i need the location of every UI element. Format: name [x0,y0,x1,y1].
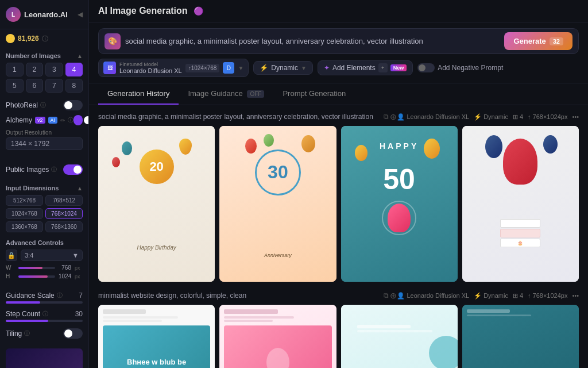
add-icon-1[interactable]: ⊕ [390,112,397,121]
add-icon-2[interactable]: ⊕ [390,291,397,300]
dim-768x1024[interactable]: 768×1024 [45,208,83,219]
num-images-grid: 1 2 3 4 5 6 7 8 [6,63,83,93]
card-refresh-btn-1-4[interactable]: ↻ [563,129,575,142]
negative-prompt-toggle[interactable]: Add Negative Prompt [417,63,503,72]
card-refresh-btn-1-3[interactable]: ↻ [442,129,454,142]
collapse-icon[interactable]: ◀ [78,10,83,18]
mode-selector[interactable]: ⚡ Dynamic ▼ [253,61,313,75]
model-icon-2: 👤 [397,292,405,300]
dim-1360x768[interactable]: 1360×768 [6,221,43,232]
copy-icon-1[interactable]: ⧉ [384,113,389,121]
width-value: 768 [59,264,71,271]
image-card-1-3[interactable]: HAPPY 50 ↻ [341,126,458,282]
prompt-input[interactable] [125,37,500,45]
num-images-label: Number of Images [6,52,61,59]
tab-image-guidance[interactable]: Image Guidance OFF [179,83,273,105]
step-value: 30 [75,310,83,318]
image-card-2-3[interactable]: ↻ [341,305,458,368]
num-btn-4[interactable]: 4 [65,63,83,76]
card-refresh-btn-1-1[interactable]: ↻ [199,129,211,142]
num-btn-1[interactable]: 1 [6,63,24,76]
size-icon-1: ↑ [528,113,531,120]
image-card-1-1[interactable]: 20 Happy Birthday ↻ [98,126,215,282]
height-slider[interactable] [18,275,55,278]
dim-768x1360[interactable]: 768×1360 [45,221,83,232]
dim-1024x768[interactable]: 1024×768 [6,208,43,219]
num-btn-6[interactable]: 6 [26,79,44,93]
model-selector[interactable]: 🖼 Finetuned Model Leonardo Diffusion XL … [98,59,249,77]
lock-icon[interactable]: 🔒 [6,250,17,261]
tiling-toggle[interactable] [63,328,83,339]
image-card-2-2[interactable]: ↻ [219,305,336,368]
mode-text: Dynamic [271,64,298,72]
main-area: AI Image Generation 🟣 🎨 Generate 32 🖼 Fi… [89,0,588,368]
photoreal-info-icon[interactable]: ⓘ [40,101,46,109]
dim-512x768[interactable]: 512×768 [6,195,43,206]
num-btn-5[interactable]: 5 [6,79,24,93]
step-info-icon[interactable]: ⓘ [42,310,48,318]
more-options-2[interactable]: ••• [572,292,579,299]
alchemy-info-icon[interactable]: ⓘ [68,116,74,124]
copy-icon-2[interactable]: ⧉ [384,292,389,300]
image-card-1-2[interactable]: 30 Anniversary ↻ [219,126,336,282]
card-refresh-btn-2-4[interactable]: ↻ [563,308,575,321]
advanced-controls-section: Advanced Controls 🔒 3:4 ▼ W 768 px H 102… [0,235,88,284]
alchemy-toggle[interactable] [74,115,83,125]
gen-size-1: ↑ 768×1024px [528,113,567,120]
num-btn-2[interactable]: 2 [26,63,44,76]
model-name: Leonardo Diffusion XL [119,67,182,74]
preview-thumbnail[interactable]: Image Inputs have moved [6,348,83,368]
tiling-label: Tiling ⓘ [6,329,30,338]
guidance-slider[interactable] [6,301,83,304]
width-slider[interactable] [18,267,55,269]
card-refresh-btn-2-1[interactable]: ↻ [199,308,211,321]
image-card-2-1[interactable]: Bhнее w blub be ↻ [98,305,215,368]
model-type-label: Finetuned Model [119,62,182,67]
photoreal-toggle[interactable] [63,100,83,110]
new-badge: New [390,64,407,71]
lightning-icon: ⚡ [260,64,268,72]
ratio-select[interactable]: 3:4 ▼ [21,250,83,261]
alchemy-pencil-icon[interactable]: ✏ [60,117,65,124]
num-btn-7[interactable]: 7 [45,79,63,93]
gen-mode-2: ⚡ Dynamic [474,292,508,300]
public-info-icon[interactable]: ⓘ [51,166,57,174]
tab-generation-history[interactable]: Generation History [98,83,179,105]
tab-prompt-generation[interactable]: Prompt Generation [273,83,355,105]
public-toggle-knob [74,166,82,174]
elements-icon: ✦ [324,64,330,72]
sidebar: L Leonardo.AI ◀ ⚡ 81,926 ⓘ Number of Ima… [0,0,89,368]
num-btn-8[interactable]: 8 [65,79,83,93]
public-images-toggle[interactable] [63,164,83,175]
page-title: AI Image Generation [98,6,188,16]
card-refresh-btn-2-3[interactable]: ↻ [442,308,454,321]
input-dimensions-header[interactable]: Input Dimensions ▲ [6,185,83,191]
num-btn-3[interactable]: 3 [45,63,63,76]
credits-info-icon[interactable]: ⓘ [42,34,48,43]
elements-toggle-icon[interactable]: + [378,63,388,72]
step-slider[interactable] [6,320,83,322]
image-card-2-4[interactable]: ↻ [462,305,579,368]
add-elements-button[interactable]: ✦ Add Elements + New [318,60,413,75]
dim-768x512[interactable]: 768×512 [45,195,83,206]
card-refresh-btn-1-2[interactable]: ↻ [320,129,333,142]
output-resolution-section: Output Resolution 1344 × 1792 [6,127,83,155]
generate-count: 32 [550,37,563,45]
image-guidance-badge: OFF [247,90,264,98]
generate-button[interactable]: Generate 32 [504,32,572,50]
num-images-header[interactable]: Number of Images ▲ [6,52,83,59]
logo-text: Leonardo.AI [24,10,68,19]
tiling-info-icon[interactable]: ⓘ [24,329,30,338]
input-dimensions-section: Input Dimensions ▲ 512×768 768×512 1024×… [0,180,88,235]
more-options-1[interactable]: ••• [572,113,579,120]
image-card-1-4[interactable]: 🎂 ↻ [462,126,579,282]
card-refresh-btn-2-2[interactable]: ↻ [320,308,333,321]
header-info-icon[interactable]: 🟣 [194,6,203,16]
guidance-info-icon[interactable]: ⓘ [57,292,63,300]
model-avatar: 🖼 [103,62,116,74]
negative-switch[interactable] [417,63,435,72]
gen-meta-1: 👤 Leonardo Diffusion XL ⚡ Dynamic ⊞ 4 ↑ … [397,113,579,121]
res-badge: ↑1024×768 [185,64,220,72]
ratio-row: 🔒 3:4 ▼ [6,250,83,261]
gen-prompt-2: minimalist website design, colorful, sim… [98,292,376,300]
